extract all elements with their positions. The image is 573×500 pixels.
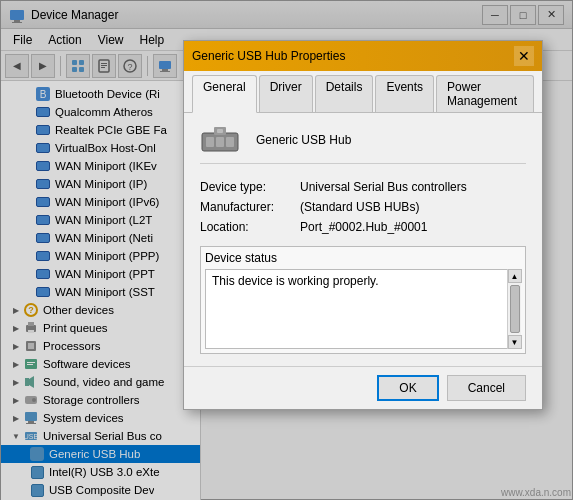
usb-hub-icon [200, 125, 240, 157]
device-status-label: Device status [205, 251, 521, 265]
device-status-box[interactable]: This device is working properly. [205, 269, 521, 349]
device-status-scrollbar[interactable]: ▲ ▼ [507, 269, 521, 349]
device-status-box-container: This device is working properly. ▲ ▼ [205, 269, 521, 349]
device-header-name: Generic USB Hub [256, 133, 351, 147]
device-status-text: This device is working properly. [212, 274, 379, 288]
usb-dialog-titlebar: Generic USB Hub Properties ✕ [184, 41, 542, 71]
usb-dialog: Generic USB Hub Properties ✕ General Dri… [183, 40, 543, 410]
device-header-icon-container [200, 125, 240, 155]
manufacturer-value: (Standard USB HUBs) [300, 200, 419, 214]
svg-rect-37 [216, 137, 224, 147]
tab-general[interactable]: General [192, 75, 257, 113]
usb-dialog-body: Generic USB Hub Device type: Universal S… [184, 113, 542, 366]
device-type-value: Universal Serial Bus controllers [300, 180, 467, 194]
device-status-section: Device status This device is working pro… [200, 246, 526, 354]
usb-dialog-tabs: General Driver Details Events Power Mana… [184, 71, 542, 113]
scrollbar-down-arrow[interactable]: ▼ [508, 335, 522, 349]
device-type-row: Device type: Universal Serial Bus contro… [200, 180, 526, 194]
usb-dialog-title: Generic USB Hub Properties [192, 49, 514, 63]
svg-rect-40 [217, 129, 223, 133]
device-properties: Device type: Universal Serial Bus contro… [200, 180, 526, 234]
dialog-footer: OK Cancel [184, 366, 542, 409]
location-row: Location: Port_#0002.Hub_#0001 [200, 220, 526, 234]
tab-details[interactable]: Details [315, 75, 374, 112]
tab-events[interactable]: Events [375, 75, 434, 112]
tab-power-management[interactable]: Power Management [436, 75, 534, 112]
scrollbar-up-arrow[interactable]: ▲ [508, 269, 522, 283]
device-type-label: Device type: [200, 180, 300, 194]
svg-rect-36 [206, 137, 214, 147]
device-header: Generic USB Hub [200, 125, 526, 164]
cancel-button[interactable]: Cancel [447, 375, 526, 401]
svg-rect-38 [226, 137, 234, 147]
location-value: Port_#0002.Hub_#0001 [300, 220, 427, 234]
manufacturer-row: Manufacturer: (Standard USB HUBs) [200, 200, 526, 214]
manufacturer-label: Manufacturer: [200, 200, 300, 214]
usb-dialog-close-button[interactable]: ✕ [514, 46, 534, 66]
location-label: Location: [200, 220, 300, 234]
ok-button[interactable]: OK [377, 375, 438, 401]
tab-driver[interactable]: Driver [259, 75, 313, 112]
scrollbar-thumb[interactable] [510, 285, 520, 333]
